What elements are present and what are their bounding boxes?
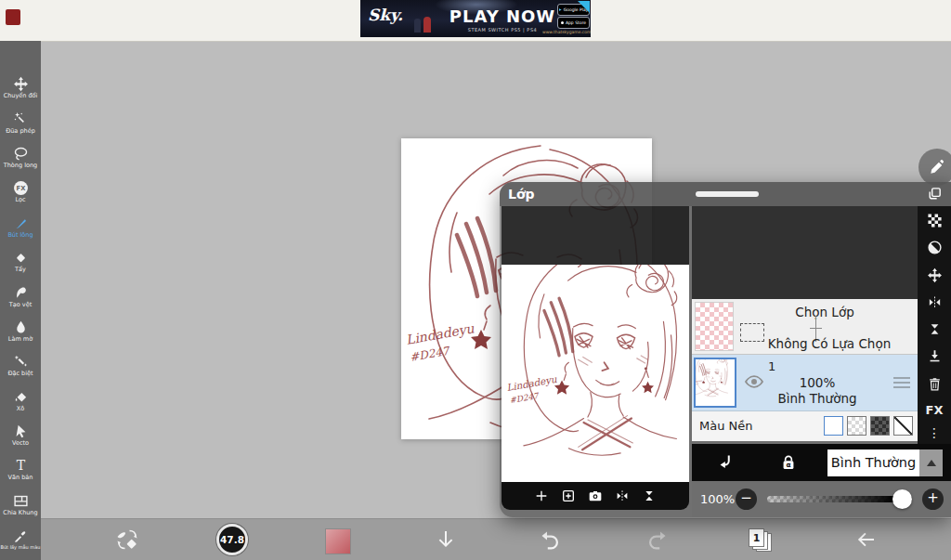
bg-swatch-dark-checker[interactable]: [870, 416, 890, 436]
sidebar-item-eraser[interactable]: Tẩy: [0, 244, 41, 279]
undo-icon: [539, 528, 561, 551]
ibis-paint-screen: Sky. PLAY NOW STEAM SWITCH PS5 | PS4 Goo…: [0, 0, 951, 560]
current-color-swatch[interactable]: [325, 528, 351, 554]
opacity-value: 100%: [700, 492, 736, 506]
layer-thumbnail[interactable]: [694, 358, 736, 408]
add-layer-icon[interactable]: [561, 488, 576, 503]
layer-list: Chọn Lớp Không Có Lựa Chọn 1 100% Bình T…: [692, 299, 918, 441]
sidebar-item-text[interactable]: Văn bản: [0, 452, 41, 487]
ad-banner[interactable]: Sky. PLAY NOW STEAM SWITCH PS5 | PS4 Goo…: [360, 0, 591, 37]
flip-horizontal-icon[interactable]: [615, 488, 630, 503]
opacity-slider[interactable]: [767, 496, 912, 502]
tool-sidebar: Chuyển đổi Đũa phép Thòng long Lọc Bút l…: [0, 41, 41, 560]
sidebar-item-divide-frame[interactable]: Chia Khung: [0, 488, 41, 522]
ad-brand-logo: Sky.: [368, 6, 403, 24]
opacity-slider-thumb[interactable]: [892, 489, 912, 509]
move-icon: [13, 76, 29, 92]
opacity-increase-button[interactable]: +: [922, 488, 944, 510]
opacity-bar: 100% − +: [692, 481, 951, 517]
ad-character: [414, 19, 421, 33]
merge-down-icon[interactable]: [927, 348, 943, 364]
transparency-icon[interactable]: [927, 213, 943, 228]
sidebar-item-magic-wand[interactable]: Đũa phép: [0, 105, 41, 139]
layer-drag-handle[interactable]: [893, 377, 910, 388]
sidebar-item-lasso[interactable]: Thòng long: [0, 140, 41, 175]
layer-preview-canvas[interactable]: [502, 265, 689, 486]
frame-icon: [13, 493, 29, 509]
move-layer-icon[interactable]: [927, 267, 943, 283]
layer-preview-window: [502, 206, 689, 514]
google-play-icon: [559, 8, 562, 11]
layer-row-1[interactable]: 1 100% Bình Thường: [692, 355, 918, 411]
blend-mode-expand-button[interactable]: [919, 449, 943, 476]
merge-icon[interactable]: [642, 488, 657, 503]
sidebar-item-transform[interactable]: Chuyển đổi: [0, 71, 41, 105]
ad-play-now-button[interactable]: PLAY NOW: [442, 7, 563, 26]
restore-icon: [927, 186, 943, 202]
sidebar-item-blur[interactable]: Làm mờ: [0, 314, 41, 348]
brush-icon: [13, 215, 29, 231]
back-button[interactable]: [854, 528, 877, 551]
layers-panel: Lớp Chọn Lớp: [500, 182, 951, 517]
layers-button[interactable]: 1: [749, 528, 773, 552]
background-color-label: Màu Nền: [699, 419, 753, 433]
magic-wand-icon: [13, 111, 29, 127]
brush-eraser-swap-icon: [115, 527, 139, 552]
layers-panel-title: Lớp: [508, 187, 535, 202]
invert-icon[interactable]: [927, 240, 943, 255]
sidebar-item-smudge[interactable]: Tạo vệt: [0, 279, 41, 313]
redo-button[interactable]: [646, 528, 669, 551]
arrow-down-icon: [435, 528, 457, 551]
bg-swatch-white[interactable]: [824, 416, 843, 436]
flip-horizontal-icon[interactable]: [927, 294, 943, 310]
blend-mode-dropdown[interactable]: Bình Thường: [827, 449, 919, 476]
apple-icon: [561, 21, 564, 24]
delete-layer-icon[interactable]: [927, 376, 943, 392]
more-options-icon[interactable]: ⋮: [928, 428, 941, 437]
bg-swatch-light-checker[interactable]: [847, 416, 866, 436]
sidebar-item-filter[interactable]: Lọc: [0, 175, 41, 209]
eyedropper-icon: [13, 527, 29, 543]
sidebar-item-special-pen[interactable]: Đặc biệt: [0, 348, 41, 383]
clipping-button[interactable]: [716, 453, 735, 472]
background-swatches: [824, 416, 913, 436]
add-icon[interactable]: [534, 488, 549, 503]
brush-size-indicator[interactable]: 47.8: [216, 524, 248, 555]
alpha-lock-button[interactable]: [779, 453, 798, 472]
opacity-decrease-button[interactable]: −: [736, 488, 757, 510]
restore-window-button[interactable]: [927, 186, 943, 202]
background-color-row[interactable]: Màu Nền: [692, 411, 918, 441]
bg-swatch-transparent[interactable]: [893, 416, 913, 436]
sidebar-item-bucket[interactable]: Xô: [0, 384, 41, 418]
sidebar-item-vector[interactable]: Vecto: [0, 418, 41, 452]
lasso-icon: [13, 146, 29, 162]
drag-handle[interactable]: [696, 191, 759, 197]
floating-draw-button[interactable]: [918, 149, 951, 186]
record-indicator: [6, 9, 20, 25]
layer-list-empty-area: [692, 206, 918, 299]
selection-layer-row[interactable]: Chọn Lớp Không Có Lựa Chọn: [692, 299, 918, 355]
bucket-icon: [13, 389, 29, 405]
blur-drop-icon: [13, 319, 29, 335]
blend-bar: Bình Thường: [692, 444, 951, 481]
layer-fx-button[interactable]: FX: [926, 403, 944, 417]
undo-button[interactable]: [539, 528, 561, 551]
layers-panel-header[interactable]: Lớp: [500, 182, 951, 206]
selection-status: Không Có Lựa Chọn: [743, 336, 916, 351]
selection-cursor: [810, 328, 822, 329]
sidebar-item-eyedropper[interactable]: Bút lấy mẫu màu: [0, 522, 41, 556]
chevron-up-icon: [927, 460, 936, 466]
selection-layer-title: Chọn Lớp: [736, 305, 913, 319]
app-store-badge[interactable]: App Store: [557, 17, 590, 29]
eraser-icon: [13, 250, 29, 266]
camera-icon[interactable]: [588, 488, 603, 503]
sidebar-item-brush[interactable]: Bút lông: [0, 210, 41, 244]
brush-eraser-toggle[interactable]: [115, 527, 139, 552]
layer-thumbnail-artwork: [696, 359, 735, 406]
cursor-icon: [13, 423, 29, 439]
merge-layers-icon[interactable]: [927, 321, 943, 337]
ad-choices-icon[interactable]: [578, 1, 590, 13]
clipping-icon: [716, 453, 735, 472]
selection-layer-thumbnail[interactable]: [695, 302, 734, 351]
collapse-toolbar-button[interactable]: [435, 528, 457, 551]
